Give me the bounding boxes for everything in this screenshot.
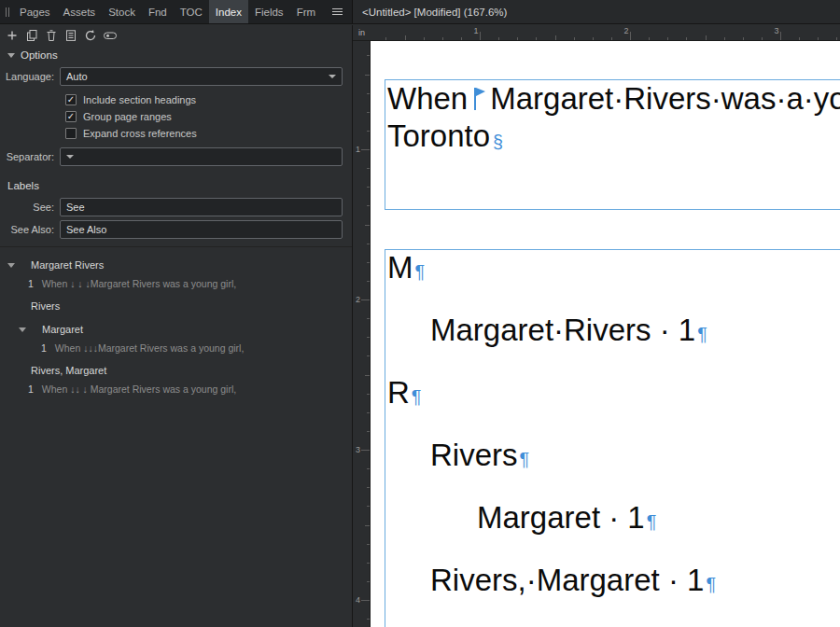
add-icon[interactable] xyxy=(3,27,21,44)
panel-tab-label: TOC xyxy=(180,7,203,18)
index-line-text: Rivers xyxy=(430,438,518,472)
pilcrow-mark: ¶ xyxy=(647,511,657,532)
pilcrow-mark: ¶ xyxy=(412,386,422,407)
options-section-header[interactable]: Options xyxy=(0,45,352,63)
index-entry-preview: When ↓↓↓Margaret Rivers was a young girl… xyxy=(55,342,245,354)
index-line-text: M xyxy=(387,250,413,285)
panel-tab[interactable]: Stock xyxy=(102,0,142,23)
load-marks-icon[interactable] xyxy=(101,27,119,44)
checkbox[interactable] xyxy=(65,128,77,139)
document-title: <Untitled> [Modified] (167.6%) xyxy=(362,7,507,18)
see-input[interactable] xyxy=(60,198,343,216)
story-line-2: Toronto§ xyxy=(387,118,840,160)
panel-tab[interactable]: TOC xyxy=(174,0,209,23)
panel-tab[interactable]: Assets xyxy=(57,0,103,23)
expander-icon[interactable] xyxy=(19,327,34,332)
application-window: Pages Assets Stock Fnd TOC xyxy=(0,0,840,627)
index-text-line: M¶ xyxy=(385,250,840,313)
labels-section-header: Labels xyxy=(0,175,352,194)
panel-tab[interactable]: Pages xyxy=(13,0,57,23)
index-text-line: Margaret · 1¶ xyxy=(385,500,840,563)
index-line-text: Margaret · 1 xyxy=(477,500,645,535)
panel-tab[interactable]: Index xyxy=(209,0,248,23)
refresh-icon[interactable] xyxy=(81,27,100,44)
checkbox-label: Include section headings xyxy=(83,94,196,105)
index-entry-label: Rivers, Margaret xyxy=(31,365,106,376)
index-marker-flag-icon[interactable] xyxy=(473,83,485,118)
panel-tab[interactable]: Fields xyxy=(248,0,290,23)
index-tree-row[interactable]: Margaret xyxy=(0,320,352,339)
language-value: Auto xyxy=(66,71,88,82)
separator-dropdown[interactable] xyxy=(60,147,343,166)
panel-tab-label: Fnd xyxy=(148,7,167,18)
list-topics-icon[interactable] xyxy=(62,27,80,44)
insert-marker-icon[interactable] xyxy=(22,27,41,44)
vertical-ruler[interactable]: 1234 xyxy=(353,41,371,627)
panel-tab-label: Frm xyxy=(297,7,315,18)
see-label: See: xyxy=(0,202,60,213)
panel-tab-bar: Pages Assets Stock Fnd TOC xyxy=(0,0,353,23)
index-tree: Margaret Rivers 1 When ↓ ↓ ↓Margaret Riv… xyxy=(0,246,352,397)
index-text-line: Margaret·Rivers · 1¶ xyxy=(385,313,840,375)
delete-icon[interactable] xyxy=(42,27,61,44)
panel-tab-label: Assets xyxy=(63,7,96,18)
index-line-text: R xyxy=(387,375,410,410)
page-number: 1 xyxy=(28,383,34,395)
see-also-row: See Also: xyxy=(0,220,343,239)
section-break-mark: § xyxy=(493,132,503,152)
horizontal-ruler[interactable]: 123 xyxy=(371,25,840,41)
panel-tabs: Pages Assets Stock Fnd TOC xyxy=(13,0,322,23)
checkbox-row[interactable]: Include section headings xyxy=(65,91,352,108)
index-entry-label: Rivers xyxy=(31,300,60,312)
index-tree-row[interactable]: Rivers, Margaret xyxy=(0,361,352,380)
index-toolbar xyxy=(0,25,352,45)
document-title-bar: <Untitled> [Modified] (167.6%) xyxy=(353,0,840,23)
story-text-line2: Toronto xyxy=(387,118,490,153)
checkbox-row[interactable]: Group page ranges xyxy=(65,108,352,125)
options-checkboxes: Include section headings Group page rang… xyxy=(0,90,352,144)
index-tree-row[interactable]: Margaret Rivers xyxy=(0,256,352,274)
index-line-text: Rivers,·Margaret · 1 xyxy=(430,563,704,597)
index-tree-row[interactable]: Rivers xyxy=(0,297,352,315)
panel-tab-label: Stock xyxy=(108,7,135,18)
panel-tab[interactable]: Fnd xyxy=(142,0,174,23)
index-entry-label: Margaret Rivers xyxy=(31,259,104,271)
pilcrow-mark: ¶ xyxy=(697,324,707,344)
ruler-unit-label: in xyxy=(358,28,365,37)
checkbox[interactable] xyxy=(65,111,77,122)
index-tree-row[interactable]: 1 When ↓ ↓ ↓Margaret Rivers was a young … xyxy=(0,274,352,292)
story-text-frame[interactable]: WhenMargaret·Rivers·was·a·you Toronto§ xyxy=(385,79,840,210)
see-also-label: See Also: xyxy=(0,224,60,235)
panel-grip-icon[interactable] xyxy=(0,0,13,23)
story-text-part1: When xyxy=(387,81,468,116)
panel-tab[interactable]: Frm xyxy=(290,0,322,23)
story-text: WhenMargaret·Rivers·was·a·you Toronto§ xyxy=(385,80,840,160)
checkbox-row[interactable]: Expand cross references xyxy=(65,125,352,142)
separator-label: Separator: xyxy=(0,151,60,162)
index-text-frame[interactable]: M¶ Margaret·Rivers · 1¶ R¶ Rivers¶ Marga… xyxy=(385,249,840,627)
expander-icon[interactable] xyxy=(7,263,22,268)
chevron-down-icon xyxy=(66,155,74,159)
panel-menu-icon[interactable] xyxy=(323,0,352,23)
index-line-text: Margaret·Rivers · 1 xyxy=(430,313,695,347)
index-entry-preview: When ↓↓ ↓ Margaret Rivers was a young gi… xyxy=(42,383,236,395)
index-entry-label: Margaret xyxy=(42,324,83,335)
disclosure-triangle-icon[interactable] xyxy=(7,53,15,58)
chevron-down-icon xyxy=(329,75,336,78)
see-also-input[interactable] xyxy=(60,220,343,239)
pilcrow-mark: ¶ xyxy=(706,574,716,594)
language-dropdown[interactable]: Auto xyxy=(60,67,343,86)
index-text-line: R¶ xyxy=(385,375,840,438)
checkbox[interactable] xyxy=(65,94,77,105)
top-bar: Pages Assets Stock Fnd TOC xyxy=(0,0,840,24)
ruler-unit[interactable]: in xyxy=(353,25,371,41)
index-text-line: Rivers,·Margaret · 1¶ xyxy=(385,563,840,625)
index-tree-row[interactable]: 1 When ↓↓↓Margaret Rivers was a young gi… xyxy=(0,339,352,356)
index-entry-preview: When ↓ ↓ ↓Margaret Rivers was a young gi… xyxy=(42,278,236,289)
panel-tab-label: Pages xyxy=(20,7,50,18)
separator-row: Separator: xyxy=(0,147,343,166)
options-header-label: Options xyxy=(21,49,58,61)
document-canvas[interactable]: WhenMargaret·Rivers·was·a·you Toronto§ M… xyxy=(371,41,840,627)
story-line-1: WhenMargaret·Rivers·was·a·you xyxy=(387,81,840,118)
index-tree-row[interactable]: 1 When ↓↓ ↓ Margaret Rivers was a young … xyxy=(0,380,352,397)
